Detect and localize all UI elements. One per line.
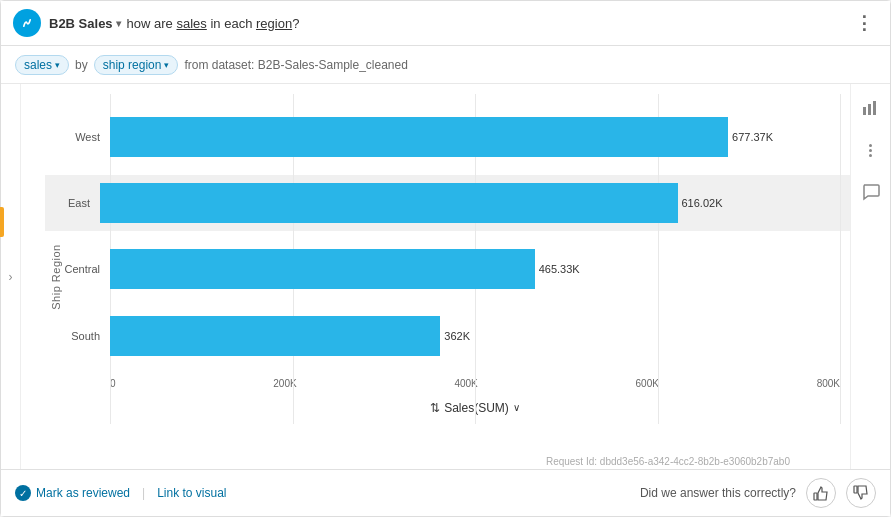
datasource-chevron-icon: ▾	[116, 18, 121, 29]
x-axis-title: ⇅ Sales(SUM) ∨	[110, 401, 840, 415]
pills-row: sales ▾ by ship region ▾ from dataset: B…	[1, 46, 890, 84]
footer-right: Did we answer this correctly?	[640, 478, 876, 508]
feedback-question: Did we answer this correctly?	[640, 486, 796, 500]
bar-row-central: Central 465.33K	[55, 241, 840, 297]
more-button[interactable]: ⋮	[850, 9, 878, 37]
link-to-visual-button[interactable]: Link to visual	[157, 486, 226, 500]
chart-inner: West 677.37K East 616.02K	[55, 94, 840, 454]
bar-value-south: 362K	[444, 330, 470, 342]
logo	[13, 9, 41, 37]
bar-value-west: 677.37K	[732, 131, 773, 143]
header: B2B Sales ▾ how are sales in each region…	[1, 1, 890, 46]
datasource-label: B2B Sales	[49, 16, 113, 31]
bar-value-east: 616.02K	[682, 197, 723, 209]
bar-label-east: East	[45, 197, 100, 209]
sales-pill[interactable]: sales ▾	[15, 55, 69, 75]
ship-region-chevron-icon: ▾	[164, 60, 169, 70]
region-link[interactable]: region	[256, 16, 292, 31]
thumbs-down-button[interactable]	[846, 478, 876, 508]
request-id: Request Id: dbdd3e56-a342-4cc2-8b2b-e306…	[31, 454, 840, 469]
sales-link[interactable]: sales	[176, 16, 206, 31]
bar-track-west: 677.37K	[110, 117, 840, 157]
collapse-icon: ›	[9, 270, 13, 284]
main-container: B2B Sales ▾ how are sales in each region…	[0, 0, 891, 517]
x-label-400k: 400K	[454, 378, 477, 389]
bar-track-central: 465.33K	[110, 249, 840, 289]
bar-track-south: 362K	[110, 316, 840, 356]
grid-line-800k	[840, 94, 841, 424]
svg-rect-3	[873, 101, 876, 115]
x-label-600k: 600K	[636, 378, 659, 389]
sort-icon[interactable]: ⇅	[430, 401, 440, 415]
x-axis-label: Sales(SUM)	[444, 401, 509, 415]
mark-reviewed-label: Mark as reviewed	[36, 486, 130, 500]
svg-rect-4	[814, 493, 817, 500]
chart-area: Ship Region West	[21, 84, 850, 469]
from-dataset-text: from dataset: B2B-Sales-Sample_cleaned	[184, 58, 407, 72]
query-text: how are sales in each region?	[127, 16, 850, 31]
mark-reviewed-button[interactable]: ✓ Mark as reviewed	[15, 485, 130, 501]
x-label-0: 0	[110, 378, 116, 389]
ship-region-pill[interactable]: ship region ▾	[94, 55, 179, 75]
bar-fill-west	[110, 117, 728, 157]
sales-pill-chevron-icon: ▾	[55, 60, 60, 70]
chart-type-button[interactable]	[857, 94, 885, 122]
bar-fill-south	[110, 316, 440, 356]
bar-label-west: West	[55, 131, 110, 143]
right-toolbar	[850, 84, 890, 469]
sales-pill-label: sales	[24, 58, 52, 72]
x-axis-labels: 0 200K 400K 600K 800K	[110, 378, 840, 389]
bar-fill-east	[100, 183, 678, 223]
more-dots-icon	[869, 144, 872, 157]
footer: ✓ Mark as reviewed | Link to visual Did …	[1, 469, 890, 516]
bar-row-west: West 677.37K	[55, 109, 840, 165]
collapse-arrow[interactable]: ›	[1, 84, 21, 469]
svg-rect-2	[868, 104, 871, 115]
ship-region-pill-label: ship region	[103, 58, 162, 72]
bar-value-central: 465.33K	[539, 263, 580, 275]
by-text: by	[75, 58, 88, 72]
more-options-button[interactable]	[857, 136, 885, 164]
bar-row-east: East 616.02K	[45, 175, 850, 231]
main-content: › Ship Region	[1, 84, 890, 469]
x-label-800k: 800K	[817, 378, 840, 389]
datasource-selector[interactable]: B2B Sales ▾	[49, 16, 121, 31]
bar-label-south: South	[55, 330, 110, 342]
bars-section: West 677.37K East 616.02K	[55, 94, 840, 454]
bar-track-east: 616.02K	[100, 183, 850, 223]
bar-row-south: South 362K	[55, 308, 840, 364]
svg-rect-1	[863, 107, 866, 115]
thumbs-up-button[interactable]	[806, 478, 836, 508]
left-tab	[1, 207, 4, 237]
footer-left: ✓ Mark as reviewed | Link to visual	[15, 485, 227, 501]
comment-button[interactable]	[857, 178, 885, 206]
check-icon: ✓	[15, 485, 31, 501]
bar-fill-central	[110, 249, 535, 289]
svg-rect-5	[854, 486, 857, 493]
x-label-200k: 200K	[273, 378, 296, 389]
separator: |	[142, 486, 145, 500]
bar-label-central: Central	[55, 263, 110, 275]
x-axis-chevron-icon[interactable]: ∨	[513, 402, 520, 413]
